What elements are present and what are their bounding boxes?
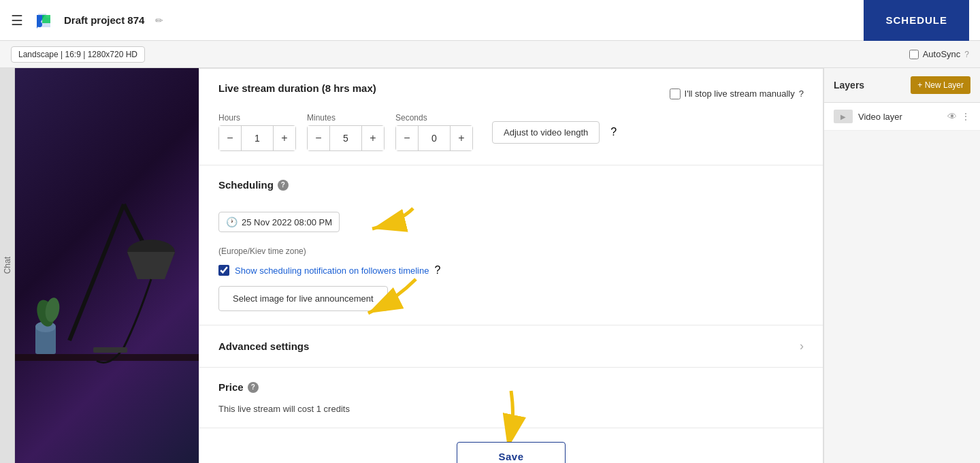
seconds-field: Seconds − + [395, 113, 473, 151]
hours-decrement-button[interactable]: − [219, 126, 241, 150]
clock-icon: 🕐 [226, 217, 238, 227]
preview-panel [15, 68, 199, 463]
menu-icon[interactable]: ☰ [11, 12, 23, 29]
stop-manual-label: I'll stop live stream manually [685, 89, 795, 99]
layers-title: Layers [834, 80, 864, 91]
adjust-to-video-button[interactable]: Adjust to video length [492, 121, 600, 144]
scheduling-title: Scheduling ? [218, 179, 804, 191]
autosync-help-icon[interactable]: ? [964, 50, 969, 59]
notification-row: Show scheduling notification on follower… [218, 264, 804, 276]
date-row: 🕐 25 Nov 2022 08:00 PM [218, 202, 804, 242]
date-input-wrapper[interactable]: 🕐 25 Nov 2022 08:00 PM [218, 212, 340, 232]
secondbar: Landscape | 16:9 | 1280x720 HD AutoSync … [0, 41, 980, 68]
layer-name: Video layer [858, 112, 942, 122]
autosync-row: AutoSync ? [909, 49, 969, 59]
advanced-settings-title: Advanced settings [218, 340, 309, 352]
notification-help-icon[interactable]: ? [434, 264, 440, 276]
layer-visibility-icon[interactable]: 👁 [947, 111, 957, 122]
main-area: Chat [0, 68, 980, 463]
svg-line-5 [69, 204, 124, 340]
hours-label: Hours [218, 113, 296, 123]
scheduled-date: 25 Nov 2022 08:00 PM [242, 217, 332, 227]
layer-thumbnail: ▶ [834, 110, 853, 123]
svg-point-4 [37, 22, 42, 27]
preview-scene [15, 68, 199, 422]
save-button[interactable]: Save [457, 442, 565, 463]
price-help-icon[interactable]: ? [248, 382, 259, 393]
hours-increment-button[interactable]: + [274, 126, 295, 150]
layer-item: ▶ Video layer 👁 ⋮ [824, 103, 980, 131]
right-panel: Layers + New Layer ▶ Video layer 👁 ⋮ [823, 68, 980, 463]
minutes-increment-button[interactable]: + [362, 126, 384, 150]
edit-project-icon[interactable]: ✏ [155, 15, 163, 26]
minutes-field: Minutes − + [307, 113, 385, 151]
timezone-note: (Europe/Kiev time zone) [218, 246, 804, 256]
seconds-controls: − + [395, 125, 473, 151]
svg-rect-9 [15, 354, 199, 361]
layers-header: Layers + New Layer [824, 68, 980, 103]
scheduling-section: Scheduling ? 🕐 25 Nov 2022 08:00 PM [199, 165, 823, 325]
seconds-increment-button[interactable]: + [451, 126, 472, 150]
hours-input[interactable] [241, 126, 274, 150]
minutes-input[interactable] [329, 126, 362, 150]
minutes-label: Minutes [307, 113, 385, 123]
project-title: Draft project 874 [64, 14, 144, 26]
stop-manual-checkbox[interactable] [670, 89, 681, 99]
duration-header: Live stream duration (8 hrs max) I'll st… [218, 82, 804, 105]
secondbar-right: AutoSync ? [909, 49, 969, 59]
topbar-left: ☰ Draft project 874 ✏ [11, 8, 163, 33]
chat-label: Chat [3, 257, 12, 274]
save-area: Save [199, 428, 823, 463]
notification-checkbox[interactable] [218, 265, 229, 276]
adjust-help-icon[interactable]: ? [610, 126, 617, 138]
logo-icon [31, 8, 56, 33]
arrow-annotation-3 [484, 387, 538, 442]
arrow-annotation-1 [345, 202, 427, 242]
minutes-decrement-button[interactable]: − [308, 126, 329, 150]
topbar: ☰ Draft project 874 ✏ SCHEDULE [0, 0, 980, 41]
arrow-annotation-2 [355, 272, 423, 327]
advanced-settings-row[interactable]: Advanced settings › [199, 325, 823, 368]
svg-marker-8 [127, 252, 175, 279]
new-layer-button[interactable]: + New Layer [911, 76, 970, 94]
schedule-button[interactable]: SCHEDULE [864, 0, 969, 41]
seconds-decrement-button[interactable]: − [396, 126, 418, 150]
modal-panel: Live stream duration (8 hrs max) I'll st… [199, 68, 823, 463]
hours-controls: − + [218, 125, 296, 151]
autosync-checkbox[interactable] [909, 50, 919, 59]
stop-manual-row: I'll stop live stream manually ? [670, 89, 804, 99]
preview-bg [15, 68, 199, 463]
duration-section: Live stream duration (8 hrs max) I'll st… [199, 68, 823, 165]
resolution-badge: Landscape | 16:9 | 1280x720 HD [11, 46, 145, 63]
hours-field: Hours − + [218, 113, 296, 151]
announcement-wrapper: Select image for live announcement [218, 286, 388, 311]
svg-rect-14 [93, 347, 127, 353]
topbar-right: SCHEDULE [864, 0, 969, 41]
seconds-input[interactable] [418, 126, 451, 150]
time-fields: Hours − + Minutes − + [218, 113, 804, 151]
svg-marker-3 [42, 15, 50, 23]
seconds-label: Seconds [395, 113, 473, 123]
scheduling-help-icon[interactable]: ? [278, 180, 289, 191]
chevron-right-icon: › [800, 339, 804, 353]
chat-sidebar[interactable]: Chat [0, 68, 15, 463]
autosync-label: AutoSync [923, 49, 961, 59]
duration-title: Live stream duration (8 hrs max) [218, 82, 376, 94]
layer-options-icon[interactable]: ⋮ [961, 111, 970, 122]
layer-actions: 👁 ⋮ [947, 111, 970, 122]
minutes-controls: − + [307, 125, 385, 151]
stop-manual-help-icon[interactable]: ? [799, 89, 804, 99]
